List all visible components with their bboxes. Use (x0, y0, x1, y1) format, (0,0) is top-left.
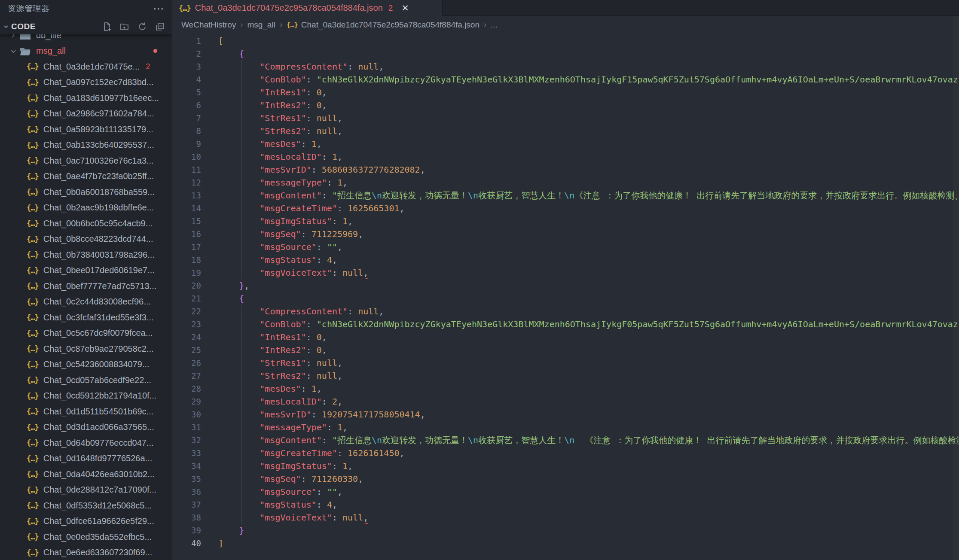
code-line[interactable]: 17 "msgSource": "", (173, 240, 959, 253)
code-line[interactable]: 23 "ConBlob": "chN3eGlkX2dnNWpibzcyZGkya… (173, 318, 959, 331)
code-line[interactable]: 29 "mesLocalID": 2, (173, 395, 959, 408)
code-line[interactable]: 15 "msgImgStatus": 1, (173, 215, 959, 228)
json-file-icon: {…} (27, 298, 39, 306)
json-file-icon: {…} (27, 486, 39, 494)
code-line[interactable]: 22 "CompressContent": null, (173, 305, 959, 318)
breadcrumb-file[interactable]: Chat_0a3de1dc70475e2c95a78ca054f884fa.js… (301, 20, 480, 30)
code-line[interactable]: 1[ (173, 34, 959, 47)
json-file-icon: {…} (27, 204, 39, 212)
file-label: Chat_0e0ed35da552efbc5... (43, 532, 152, 542)
new-folder-icon[interactable] (119, 21, 130, 32)
sidebar-file-item[interactable]: {…}Chat_0a3de1dc70475e...2 (0, 59, 172, 75)
folder-icon (20, 34, 31, 40)
code-line[interactable]: 16 "msgSeq": 711225969, (173, 228, 959, 240)
sidebar-file-item[interactable]: {…}Chat_0dfce61a96626e5f29... (0, 514, 172, 530)
line-number: 6 (173, 99, 201, 112)
code-line[interactable]: 6 "IntRes2": 0, (173, 99, 959, 112)
code-line[interactable]: 21 { (173, 292, 959, 305)
sidebar-file-item[interactable]: {…}Chat_0de288412c7a17090f... (0, 482, 172, 498)
sidebar-file-item[interactable]: {…}Chat_0cd5912bb21794a10f... (0, 388, 172, 404)
sidebar-file-item[interactable]: {…}Chat_0b2aac9b198dbffe6e... (0, 200, 172, 216)
section-header-code[interactable]: CODE (0, 19, 172, 34)
sidebar-file-item[interactable]: {…}Chat_0d1648fd97776526a... (0, 451, 172, 467)
code-line[interactable]: 2 { (173, 47, 959, 60)
code-line[interactable]: 10 "mesLocalID": 1, (173, 150, 959, 163)
code-line[interactable]: 18 "msgStatus": 4, (173, 253, 959, 266)
sidebar-file-item[interactable]: {…}Chat_0a58923b111335179... (0, 122, 172, 137)
sidebar-file-item[interactable]: {…}Chat_0b73840031798a296... (0, 247, 172, 263)
sidebar-file-item[interactable]: {…}Chat_0bee017ded60619e7... (0, 263, 172, 279)
code-line[interactable]: 27 "StrRes2": null, (173, 369, 959, 382)
sidebar-file-item[interactable]: {…}Chat_0c5c67dc9f0079fcea... (0, 326, 172, 341)
code-line[interactable]: 37 "msgStatus": 4, (173, 498, 959, 511)
code-line[interactable]: 20 }, (173, 279, 959, 292)
explorer-more-icon[interactable]: ⋯ (153, 6, 164, 11)
file-label: Chat_0d64b09776eccd047... (43, 438, 154, 448)
code-line[interactable]: 39 } (173, 524, 959, 537)
sidebar-folder-msg_all[interactable]: msg_all (0, 43, 172, 59)
code-line[interactable]: 4 "ConBlob": "chN3eGlkX2dnNWpibzcyZGkyaT… (173, 73, 959, 86)
code-line[interactable]: 26 "StrRes1": null, (173, 356, 959, 369)
code-line[interactable]: 11 "mesSvrID": 5686036372776282082, (173, 163, 959, 176)
refresh-icon[interactable] (137, 21, 147, 32)
breadcrumb-symbol[interactable]: ... (491, 20, 498, 30)
sidebar-file-item[interactable]: {…}Chat_0d3d1acd066a37565... (0, 420, 172, 435)
sidebar-file-item[interactable]: {…}Chat_0d64b09776eccd047... (0, 435, 172, 451)
code-line[interactable]: 7 "StrRes1": null, (173, 112, 959, 125)
sidebar-file-item[interactable]: {…}Chat_0b8cce48223dcd744... (0, 231, 172, 247)
close-icon[interactable]: ✕ (401, 3, 409, 13)
file-label: Chat_00b6bc05c95c4acb9... (43, 219, 153, 228)
code-line[interactable]: 38 "msgVoiceText": null, (173, 511, 959, 524)
code-line[interactable]: 34 "msgImgStatus": 1, (173, 460, 959, 472)
file-label: Chat_0a58923b111335179... (43, 125, 153, 134)
sidebar-file-item[interactable]: {…}Chat_0df5353d12e5068c5... (0, 498, 172, 514)
tab-active-json[interactable]: {…} Chat_0a3de1dc70475e2c95a78ca054f884f… (173, 0, 443, 16)
file-label: Chat_0d3d1acd066a37565... (43, 422, 154, 432)
sidebar-file-item[interactable]: {…}Chat_0bef7777e7ad7c5713... (0, 278, 172, 294)
code-line[interactable]: 24 "IntRes1": 0, (173, 331, 959, 344)
sidebar-file-item[interactable]: {…}Chat_0a2986c971602a784... (0, 106, 172, 122)
sidebar-file-item[interactable]: {…}Chat_0c87eb9ae279058c2... (0, 341, 172, 357)
code-line[interactable]: 25 "IntRes2": 0, (173, 344, 959, 356)
sidebar-file-item[interactable]: {…}Chat_0c54236008834079... (0, 357, 172, 373)
sidebar-file-item[interactable]: {…}Chat_0c2c44d83008ecf96... (0, 294, 172, 310)
breadcrumb: WeChatHistroy › msg_all › {…} Chat_0a3de… (173, 16, 959, 33)
sidebar-file-item[interactable]: {…}Chat_0d1d511b54501b69c... (0, 404, 172, 420)
sidebar-file-item[interactable]: {…}Chat_0ab133cb640295537... (0, 137, 172, 153)
sidebar-file-item[interactable]: {…}Chat_0e6ed633607230f69... (0, 545, 172, 560)
sidebar-file-item[interactable]: {…}Chat_0a097c152ec7d83bd... (0, 75, 172, 91)
sidebar-file-item[interactable]: {…}Chat_0ae4f7b7c23fa0b25ff... (0, 169, 172, 185)
code-line[interactable]: 33 "msgCreateTime": 1626161450, (173, 447, 959, 460)
collapse-all-icon[interactable] (155, 21, 165, 32)
code-line[interactable]: 5 "IntRes1": 0, (173, 86, 959, 99)
vertical-scrollbar[interactable] (953, 16, 959, 560)
breadcrumb-folder[interactable]: msg_all (247, 20, 275, 30)
sidebar-folder-db_file[interactable]: db_file (0, 34, 172, 43)
code-line[interactable]: 28 "mesDes": 1, (173, 382, 959, 395)
sidebar-file-item[interactable]: {…}Chat_0a183d610977b16eec... (0, 90, 172, 106)
code-line[interactable]: 13 "msgContent": "招生信息\n欢迎转发，功德无量！\n收获厨艺… (173, 189, 959, 202)
code-line[interactable]: 31 "messageType": 1, (173, 421, 959, 434)
sidebar-file-item[interactable]: {…}Chat_0da40426ea63010b2... (0, 466, 172, 482)
new-file-icon[interactable] (102, 21, 112, 32)
json-file-icon: {…} (27, 533, 39, 541)
code-line[interactable]: 19 "msgVoiceText": null, (173, 266, 959, 279)
sidebar-file-item[interactable]: {…}Chat_00b6bc05c95c4acb9... (0, 216, 172, 231)
code-editor[interactable]: 1[2 {3 "CompressContent": null,4 "ConBlo… (173, 33, 959, 560)
sidebar-file-item[interactable]: {…}Chat_0cd057ab6cedf9e22... (0, 372, 172, 388)
code-line[interactable]: 8 "StrRes2": null, (173, 125, 959, 137)
code-line[interactable]: 35 "msgSeq": 711260330, (173, 472, 959, 485)
breadcrumb-root[interactable]: WeChatHistroy (181, 20, 236, 30)
code-line[interactable]: 3 "CompressContent": null, (173, 60, 959, 73)
code-line[interactable]: 12 "messageType": 1, (173, 176, 959, 189)
code-line[interactable]: 40] (173, 537, 959, 550)
code-line[interactable]: 9 "mesDes": 1, (173, 137, 959, 150)
sidebar-file-item[interactable]: {…}Chat_0c3fcfaf31ded55e3f3... (0, 310, 172, 326)
sidebar-file-item[interactable]: {…}Chat_0ac7100326e76c1a3... (0, 153, 172, 169)
code-line[interactable]: 36 "msgSource": "", (173, 485, 959, 498)
code-line[interactable]: 14 "msgCreateTime": 1625665301, (173, 202, 959, 215)
code-line[interactable]: 30 "mesSvrID": 1920754171758050414, (173, 408, 959, 421)
code-line[interactable]: 32 "msgContent": "招生信息\n欢迎转发，功德无量！\n收获厨艺… (173, 434, 959, 447)
sidebar-file-item[interactable]: {…}Chat_0b0a60018768ba559... (0, 184, 172, 200)
sidebar-file-item[interactable]: {…}Chat_0e0ed35da552efbc5... (0, 529, 172, 545)
